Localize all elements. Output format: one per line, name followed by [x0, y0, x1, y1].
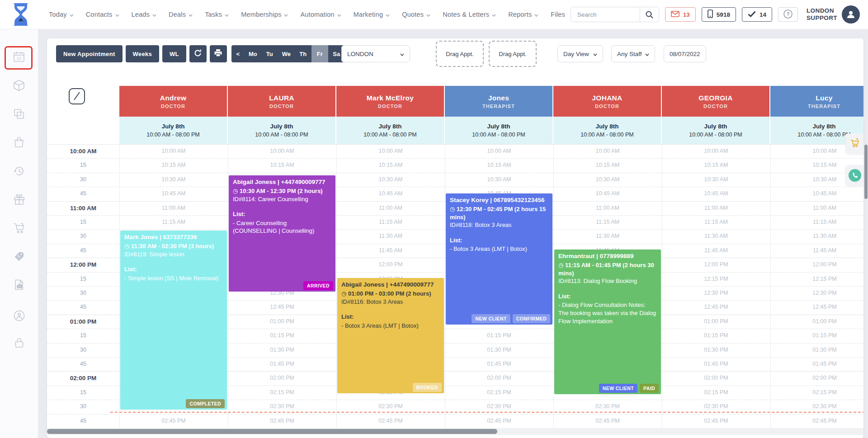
- slot-cell[interactable]: 02:45 PM: [228, 418, 336, 424]
- slot-cell[interactable]: 01:45 PM: [662, 361, 770, 367]
- slot-cell[interactable]: 11:15 AM: [553, 219, 662, 225]
- menu-item-leads[interactable]: Leads: [132, 11, 157, 18]
- appointment-block[interactable]: Stacey Korey | 067895432123456◷ 12:30 PM…: [446, 193, 552, 325]
- avatar[interactable]: [842, 5, 860, 24]
- slot-cell[interactable]: 10:45 AM: [662, 190, 770, 197]
- sidebar-item-products[interactable]: [11, 79, 27, 94]
- sidebar-item-calendar[interactable]: 12: [11, 50, 27, 66]
- sidebar-item-cart[interactable]: [11, 221, 27, 236]
- slot-cell[interactable]: 10:45 AM: [553, 190, 662, 197]
- menu-item-reports[interactable]: Reports: [508, 11, 538, 18]
- slot-cell[interactable]: 01:15 PM: [770, 332, 863, 339]
- slot-cell[interactable]: 01:15 PM: [228, 332, 336, 339]
- slot-cell[interactable]: 10:00 AM: [336, 148, 445, 154]
- day-button-we[interactable]: We: [278, 45, 295, 62]
- slot-cell[interactable]: 11:30 AM: [553, 233, 662, 239]
- sidebar-item-bag[interactable]: [11, 136, 27, 151]
- staff-column-header-laura[interactable]: LAURADOCTOR: [228, 86, 336, 117]
- slot-cell[interactable]: 10:45 AM: [336, 190, 445, 197]
- slot-cell[interactable]: 10:30 AM: [445, 176, 553, 183]
- slot-cell[interactable]: 10:00 AM: [445, 148, 553, 154]
- app-logo[interactable]: [11, 3, 31, 26]
- slot-cell[interactable]: 02:30 PM: [770, 403, 863, 410]
- slot-cell[interactable]: 02:00 PM: [445, 375, 553, 381]
- slot-cell[interactable]: 10:00 AM: [662, 148, 770, 154]
- sidebar-item-pages[interactable]: [11, 107, 27, 122]
- slot-cell[interactable]: 02:30 PM: [553, 403, 662, 410]
- staff-column-header-georgia[interactable]: GEORGIADOCTOR: [662, 86, 770, 117]
- slot-cell[interactable]: 02:15 PM: [770, 389, 863, 396]
- menu-item-files[interactable]: Files: [551, 11, 565, 18]
- menu-item-deals[interactable]: Deals: [169, 11, 193, 18]
- slot-cell[interactable]: 02:45 PM: [336, 418, 445, 424]
- search-icon[interactable]: [640, 7, 659, 22]
- slot-cell[interactable]: 02:45 PM: [553, 418, 662, 424]
- slot-cell[interactable]: 02:00 PM: [770, 375, 863, 381]
- slot-cell[interactable]: 02:15 PM: [445, 389, 553, 396]
- slot-cell[interactable]: 11:00 AM: [336, 205, 445, 211]
- slot-cell[interactable]: 10:15 AM: [228, 162, 336, 168]
- slot-cell[interactable]: 01:00 PM: [662, 318, 770, 325]
- slot-cell[interactable]: 10:00 AM: [228, 148, 336, 154]
- staff-column-header-lucy[interactable]: LucyTHERAPIST: [770, 86, 863, 117]
- slot-cell[interactable]: 10:30 AM: [119, 176, 228, 183]
- slot-cell[interactable]: 02:15 PM: [228, 389, 336, 396]
- slot-cell[interactable]: 02:30 PM: [336, 403, 445, 410]
- slot-cell[interactable]: 11:15 AM: [336, 219, 445, 225]
- menu-item-today[interactable]: Today: [49, 11, 74, 18]
- staff-column-header-mark-mcelroy[interactable]: Mark McElroyDOCTOR: [336, 86, 445, 117]
- print-button[interactable]: [210, 45, 227, 62]
- slot-cell[interactable]: 02:00 PM: [228, 375, 336, 381]
- slot-cell[interactable]: 10:00 AM: [553, 148, 662, 154]
- sms-button[interactable]: 5918: [702, 7, 736, 22]
- whatsapp-tool-button[interactable]: [845, 165, 863, 186]
- slot-cell[interactable]: 11:45 AM: [662, 247, 770, 254]
- new-appointment-button[interactable]: New Appointment: [56, 45, 123, 62]
- slot-cell[interactable]: 10:15 AM: [553, 162, 662, 168]
- sidebar-item-support[interactable]: [11, 309, 27, 324]
- slot-cell[interactable]: 10:15 AM: [119, 162, 228, 168]
- slot-cell[interactable]: 02:30 PM: [228, 403, 336, 410]
- slot-cell[interactable]: 01:45 PM: [228, 361, 336, 367]
- slot-cell[interactable]: 12:30 PM: [770, 290, 863, 296]
- slot-cell[interactable]: 10:15 AM: [662, 162, 770, 168]
- slot-cell[interactable]: 10:30 AM: [336, 176, 445, 183]
- slot-cell[interactable]: 10:15 AM: [445, 162, 553, 168]
- appointment-block[interactable]: Abigail Joness | +447490009777◷ 10:30 AM…: [229, 175, 335, 292]
- menu-item-memberships[interactable]: Memberships: [241, 11, 288, 18]
- slot-cell[interactable]: 11:45 AM: [336, 247, 445, 254]
- slot-cell[interactable]: 11:00 AM: [553, 205, 662, 211]
- slot-cell[interactable]: 12:15 PM: [770, 276, 863, 282]
- day-button-mo[interactable]: Mo: [245, 45, 261, 62]
- slot-cell[interactable]: 02:45 PM: [662, 418, 770, 424]
- slot-cell[interactable]: 01:30 PM: [770, 347, 863, 353]
- day-button-fr[interactable]: Fr: [311, 45, 328, 62]
- slot-cell[interactable]: 02:45 PM: [119, 418, 228, 424]
- slot-cell[interactable]: 01:00 PM: [770, 318, 863, 325]
- slot-cell[interactable]: 11:15 AM: [662, 219, 770, 225]
- appointment-block[interactable]: Ehrmantraut | 0778999889◷ 11:15 AM - 01:…: [554, 250, 661, 394]
- weeks-button[interactable]: Weeks: [126, 45, 159, 62]
- slot-cell[interactable]: 10:45 AM: [119, 190, 228, 197]
- slot-cell[interactable]: 01:30 PM: [445, 347, 553, 353]
- menu-item-quotes[interactable]: Quotes: [402, 11, 430, 18]
- slot-cell[interactable]: 12:45 PM: [770, 304, 863, 310]
- staff-column-header-johana[interactable]: JOHANADOCTOR: [553, 86, 662, 117]
- slot-cell[interactable]: 02:45 PM: [770, 418, 863, 424]
- drag-appointment-slot-2[interactable]: Drag Appt.: [489, 41, 537, 67]
- mail-notifications-button[interactable]: 13: [665, 7, 696, 22]
- slot-cell[interactable]: 11:15 AM: [119, 219, 228, 225]
- slot-cell[interactable]: 01:15 PM: [445, 332, 553, 339]
- slot-cell[interactable]: 12:15 PM: [662, 276, 770, 282]
- sidebar-item-price-tag[interactable]: $: [11, 250, 27, 265]
- view-select[interactable]: Day View: [557, 45, 603, 62]
- menu-item-tasks[interactable]: Tasks: [205, 11, 229, 18]
- cart-tool-button[interactable]: [845, 133, 863, 154]
- slot-cell[interactable]: 12:00 PM: [770, 261, 863, 268]
- sidebar-item-history[interactable]: [11, 164, 27, 179]
- menu-item-notes-letters[interactable]: Notes & Letters: [443, 11, 496, 18]
- slot-cell[interactable]: 12:45 PM: [662, 304, 770, 310]
- menu-item-marketing[interactable]: Marketing: [354, 11, 390, 18]
- slot-cell[interactable]: 10:15 AM: [336, 162, 445, 168]
- previous-week-button[interactable]: <: [231, 45, 245, 62]
